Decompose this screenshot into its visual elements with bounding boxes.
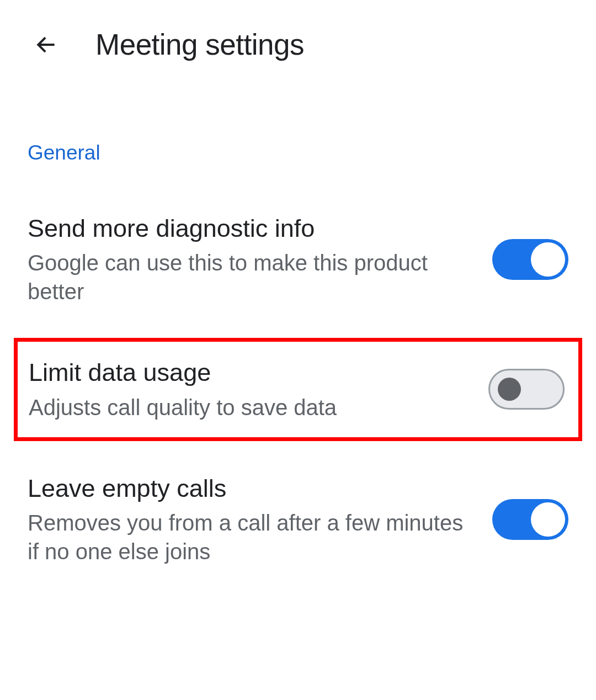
setting-title: Send more diagnostic info bbox=[28, 213, 470, 244]
section-header-general: General bbox=[0, 78, 596, 165]
toggle-diagnostic-info[interactable] bbox=[492, 239, 568, 280]
toggle-thumb bbox=[531, 242, 565, 277]
settings-list: Send more diagnostic info Google can use… bbox=[0, 165, 596, 587]
toggle-thumb bbox=[531, 502, 565, 537]
toggle-limit-data-usage[interactable] bbox=[488, 369, 565, 410]
setting-title: Limit data usage bbox=[29, 357, 466, 388]
page-title: Meeting settings bbox=[95, 28, 304, 61]
arrow-back-icon bbox=[34, 33, 58, 57]
header: Meeting settings bbox=[0, 0, 596, 78]
setting-text: Send more diagnostic info Google can use… bbox=[28, 213, 492, 306]
setting-subtitle: Removes you from a call after a few minu… bbox=[28, 508, 470, 566]
back-button[interactable] bbox=[33, 31, 60, 58]
toggle-thumb bbox=[498, 378, 521, 401]
setting-subtitle: Adjusts call quality to save data bbox=[29, 393, 466, 422]
toggle-leave-empty-calls[interactable] bbox=[492, 499, 568, 540]
setting-text: Leave empty calls Removes you from a cal… bbox=[28, 473, 492, 566]
setting-subtitle: Google can use this to make this product… bbox=[28, 248, 470, 306]
setting-diagnostic-info[interactable]: Send more diagnostic info Google can use… bbox=[0, 192, 596, 327]
setting-text: Limit data usage Adjusts call quality to… bbox=[29, 357, 488, 421]
setting-limit-data-usage[interactable]: Limit data usage Adjusts call quality to… bbox=[14, 338, 582, 441]
setting-title: Leave empty calls bbox=[28, 473, 470, 504]
setting-leave-empty-calls[interactable]: Leave empty calls Removes you from a cal… bbox=[0, 452, 596, 587]
